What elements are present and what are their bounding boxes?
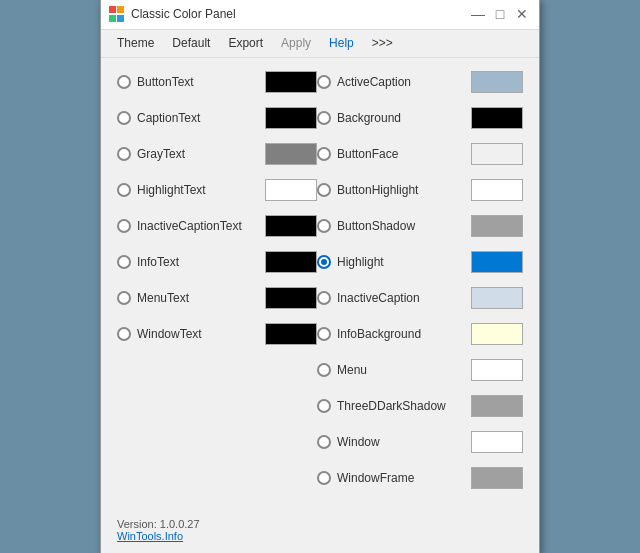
color-label: ButtonText — [137, 75, 261, 89]
right-color-row[interactable]: InactiveCaption — [317, 284, 523, 312]
close-button[interactable]: ✕ — [513, 5, 531, 23]
color-label: WindowText — [137, 327, 261, 341]
radio-button[interactable] — [117, 183, 131, 197]
color-swatch[interactable] — [265, 215, 317, 237]
left-color-row[interactable]: HighlightText — [117, 176, 317, 204]
right-color-row[interactable]: ButtonFace — [317, 140, 523, 168]
color-label: InactiveCaption — [337, 291, 467, 305]
left-color-row[interactable]: WindowText — [117, 320, 317, 348]
right-color-row[interactable]: ButtonHighlight — [317, 176, 523, 204]
radio-button[interactable] — [117, 111, 131, 125]
left-color-row[interactable]: InactiveCaptionText — [117, 212, 317, 240]
radio-button[interactable] — [317, 183, 331, 197]
radio-button[interactable] — [117, 291, 131, 305]
right-column: ActiveCaptionBackgroundButtonFaceButtonH… — [317, 68, 523, 500]
color-label: ButtonShadow — [337, 219, 467, 233]
color-swatch[interactable] — [471, 467, 523, 489]
menu-theme[interactable]: Theme — [109, 33, 162, 53]
right-color-row[interactable]: WindowFrame — [317, 464, 523, 492]
content-area: ButtonTextCaptionTextGrayTextHighlightTe… — [101, 58, 539, 510]
right-color-row[interactable]: ThreeDDarkShadow — [317, 392, 523, 420]
radio-button[interactable] — [317, 435, 331, 449]
main-window: Classic Color Panel — □ ✕ Theme Default … — [100, 0, 540, 553]
menu-apply[interactable]: Apply — [273, 33, 319, 53]
left-color-row[interactable]: GrayText — [117, 140, 317, 168]
version-text: Version: 1.0.0.27 — [117, 518, 523, 530]
color-swatch[interactable] — [265, 143, 317, 165]
window-controls: — □ ✕ — [469, 5, 531, 23]
app-icon — [109, 6, 125, 22]
title-bar: Classic Color Panel — □ ✕ — [101, 0, 539, 30]
menu-default[interactable]: Default — [164, 33, 218, 53]
color-label: CaptionText — [137, 111, 261, 125]
color-swatch[interactable] — [471, 215, 523, 237]
color-label: GrayText — [137, 147, 261, 161]
radio-button[interactable] — [317, 75, 331, 89]
right-color-row[interactable]: InfoBackground — [317, 320, 523, 348]
radio-button[interactable] — [317, 147, 331, 161]
left-column: ButtonTextCaptionTextGrayTextHighlightTe… — [117, 68, 317, 500]
color-swatch[interactable] — [471, 431, 523, 453]
left-color-row[interactable]: CaptionText — [117, 104, 317, 132]
color-swatch[interactable] — [265, 179, 317, 201]
color-swatch[interactable] — [471, 287, 523, 309]
website-link[interactable]: WinTools.Info — [117, 530, 523, 542]
radio-button[interactable] — [117, 147, 131, 161]
window-title: Classic Color Panel — [131, 7, 469, 21]
right-color-row[interactable]: Background — [317, 104, 523, 132]
color-label: HighlightText — [137, 183, 261, 197]
radio-button[interactable] — [317, 363, 331, 377]
radio-button[interactable] — [317, 255, 331, 269]
left-color-row[interactable]: InfoText — [117, 248, 317, 276]
color-swatch[interactable] — [265, 107, 317, 129]
color-label: ButtonHighlight — [337, 183, 467, 197]
color-swatch[interactable] — [471, 143, 523, 165]
color-swatch[interactable] — [471, 71, 523, 93]
color-swatch[interactable] — [471, 359, 523, 381]
color-swatch[interactable] — [265, 71, 317, 93]
color-label: ButtonFace — [337, 147, 467, 161]
color-swatch[interactable] — [265, 287, 317, 309]
radio-button[interactable] — [117, 255, 131, 269]
color-swatch[interactable] — [471, 323, 523, 345]
color-label: InactiveCaptionText — [137, 219, 261, 233]
color-label: Window — [337, 435, 467, 449]
radio-button[interactable] — [317, 327, 331, 341]
color-label: InfoBackground — [337, 327, 467, 341]
color-label: Highlight — [337, 255, 467, 269]
footer: Version: 1.0.0.27 WinTools.Info — [101, 510, 539, 554]
radio-button[interactable] — [117, 219, 131, 233]
right-color-row[interactable]: Menu — [317, 356, 523, 384]
color-label: ActiveCaption — [337, 75, 467, 89]
right-color-row[interactable]: ActiveCaption — [317, 68, 523, 96]
color-swatch[interactable] — [265, 251, 317, 273]
radio-button[interactable] — [117, 327, 131, 341]
color-swatch[interactable] — [471, 395, 523, 417]
color-swatch[interactable] — [471, 107, 523, 129]
menu-export[interactable]: Export — [220, 33, 271, 53]
minimize-button[interactable]: — — [469, 5, 487, 23]
color-swatch[interactable] — [471, 251, 523, 273]
radio-button[interactable] — [317, 471, 331, 485]
color-label: Background — [337, 111, 467, 125]
radio-button[interactable] — [317, 219, 331, 233]
radio-button[interactable] — [317, 291, 331, 305]
color-swatch[interactable] — [265, 323, 317, 345]
color-label: InfoText — [137, 255, 261, 269]
color-label: ThreeDDarkShadow — [337, 399, 467, 413]
right-color-row[interactable]: Highlight — [317, 248, 523, 276]
radio-button[interactable] — [117, 75, 131, 89]
color-label: WindowFrame — [337, 471, 467, 485]
radio-button[interactable] — [317, 111, 331, 125]
maximize-button[interactable]: □ — [491, 5, 509, 23]
menu-bar: Theme Default Export Apply Help >>> — [101, 30, 539, 58]
radio-button[interactable] — [317, 399, 331, 413]
right-color-row[interactable]: ButtonShadow — [317, 212, 523, 240]
menu-more[interactable]: >>> — [364, 33, 401, 53]
color-swatch[interactable] — [471, 179, 523, 201]
left-color-row[interactable]: ButtonText — [117, 68, 317, 96]
menu-help[interactable]: Help — [321, 33, 362, 53]
right-color-row[interactable]: Window — [317, 428, 523, 456]
left-color-row[interactable]: MenuText — [117, 284, 317, 312]
color-label: Menu — [337, 363, 467, 377]
